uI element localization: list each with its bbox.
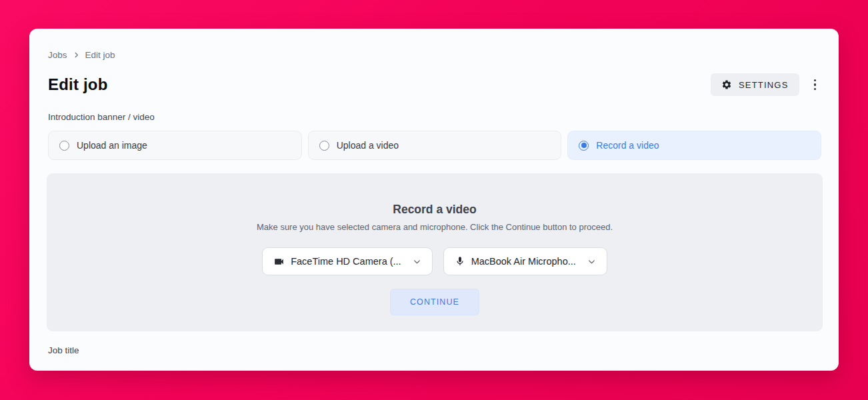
banner-options: Upload an image Upload a video Record a … (48, 131, 821, 160)
device-selectors: FaceTime HD Camera (... MacBook Air Micr… (262, 247, 607, 275)
page-title: Edit job (48, 75, 108, 94)
chevron-down-icon (587, 257, 596, 266)
camera-select-value: FaceTime HD Camera (... (291, 256, 401, 267)
record-video-panel: Record a video Make sure you have select… (47, 173, 823, 331)
breadcrumb-jobs[interactable]: Jobs (48, 50, 67, 60)
gear-icon (721, 79, 732, 90)
option-label: Record a video (596, 140, 659, 151)
continue-button[interactable]: CONTINUE (390, 289, 479, 315)
video-camera-icon (273, 256, 285, 267)
breadcrumb-edit-job: Edit job (85, 50, 115, 60)
edit-job-card: Jobs Edit job Edit job SETTINGS Introduc… (29, 29, 839, 371)
job-title-label: Job title (48, 345, 821, 355)
microphone-select[interactable]: MacBook Air Micropho... (443, 247, 607, 275)
option-record-video[interactable]: Record a video (567, 131, 821, 160)
radio-checked-icon[interactable] (579, 141, 589, 151)
camera-select[interactable]: FaceTime HD Camera (... (262, 247, 432, 275)
page-header: Edit job SETTINGS (48, 73, 821, 96)
settings-button-label: SETTINGS (739, 80, 789, 90)
option-upload-video[interactable]: Upload a video (308, 131, 562, 160)
option-upload-image[interactable]: Upload an image (48, 131, 302, 160)
microphone-icon (455, 256, 465, 267)
record-panel-instructions: Make sure you have selected camera and m… (257, 222, 613, 232)
record-panel-heading: Record a video (393, 203, 476, 217)
more-options-kebab-icon[interactable] (809, 75, 822, 95)
microphone-select-value: MacBook Air Micropho... (471, 256, 576, 267)
breadcrumb: Jobs Edit job (48, 50, 821, 60)
radio-unchecked-icon[interactable] (59, 141, 69, 151)
header-actions: SETTINGS (711, 73, 821, 96)
option-label: Upload an image (77, 140, 147, 151)
chevron-down-icon (413, 257, 421, 266)
option-label: Upload a video (337, 140, 399, 151)
radio-unchecked-icon[interactable] (319, 141, 329, 151)
intro-banner-label: Introduction banner / video (48, 112, 821, 122)
settings-button[interactable]: SETTINGS (711, 73, 799, 96)
chevron-right-icon (73, 51, 80, 59)
